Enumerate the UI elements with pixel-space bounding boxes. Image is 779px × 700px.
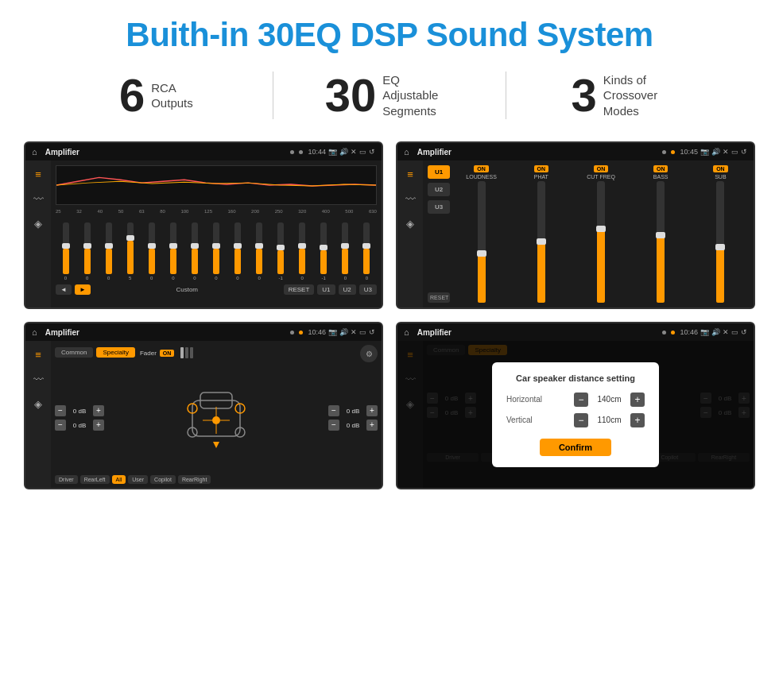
- rearleft-button[interactable]: RearLeft: [80, 475, 110, 484]
- slider-track[interactable]: [106, 222, 112, 274]
- close-icon-3: ✕: [351, 328, 357, 336]
- left-sidebar-1: ≡ 〰 ◈: [25, 160, 51, 307]
- eq-icon[interactable]: ≡: [35, 168, 41, 180]
- ch-slider-cutfreq[interactable]: [597, 181, 605, 303]
- slider-track[interactable]: [192, 222, 198, 274]
- slider-track[interactable]: [84, 222, 91, 274]
- vol-minus-br[interactable]: −: [328, 420, 339, 431]
- ch-slider-phat[interactable]: [537, 181, 545, 303]
- slider-track[interactable]: [63, 222, 69, 274]
- rearright-button[interactable]: RearRight: [178, 475, 211, 484]
- back-icon-2: ↺: [741, 148, 747, 156]
- app-name-2: Amplifier: [417, 148, 658, 157]
- dot-4: [671, 150, 675, 154]
- horizontal-minus-button[interactable]: −: [574, 393, 588, 407]
- specialty-tab[interactable]: Specialty: [96, 347, 134, 358]
- eq-controls: ◄ ► Custom RESET U1 U2 U3: [56, 284, 377, 295]
- status-icons-1: 10:44 📷 🔊 ✕ ▭ ↺: [308, 148, 375, 156]
- driver-button[interactable]: Driver: [55, 475, 78, 484]
- amp-reset-button[interactable]: RESET: [428, 292, 450, 303]
- u3-preset-button[interactable]: U3: [428, 200, 450, 214]
- vol-plus-br[interactable]: +: [366, 420, 378, 431]
- screenshots-grid: ⌂ Amplifier 10:44 📷 🔊 ✕ ▭ ↺ ≡ 〰 ◈: [24, 141, 755, 489]
- left-sidebar-2: ≡ 〰 ◈: [397, 160, 423, 307]
- eq-icon-2[interactable]: ≡: [407, 168, 413, 180]
- screen-distance: ⌂ Amplifier 10:46 📷 🔊 ✕ ▭ ↺ ≡ 〰: [396, 322, 755, 489]
- wave-icon[interactable]: 〰: [33, 193, 44, 205]
- confirm-button[interactable]: Confirm: [540, 439, 611, 456]
- u3-button[interactable]: U3: [359, 284, 377, 295]
- slider-track[interactable]: [170, 222, 176, 274]
- copilot-button[interactable]: Copilot: [150, 475, 176, 484]
- u2-button[interactable]: U2: [339, 284, 356, 295]
- prev-preset-button[interactable]: ◄: [56, 284, 72, 295]
- close-icon-2: ✕: [723, 148, 729, 156]
- stat-desc-rca: RCAOutputs: [151, 80, 193, 111]
- amp-channels: ON LOUDNESS ON PHAT: [453, 165, 749, 303]
- time-3: 10:46: [308, 328, 326, 336]
- channel-sub: ON SUB: [692, 165, 749, 303]
- speaker-icon-2[interactable]: ◈: [406, 218, 414, 230]
- u1-button[interactable]: U1: [317, 284, 335, 295]
- vol-plus-tr[interactable]: +: [366, 405, 378, 416]
- speaker-icon-3[interactable]: ◈: [34, 398, 42, 410]
- wave-icon-3[interactable]: 〰: [33, 373, 44, 385]
- wave-icon-2[interactable]: 〰: [405, 193, 416, 205]
- vol-minus-tr[interactable]: −: [328, 405, 339, 416]
- u2-preset-button[interactable]: U2: [428, 183, 450, 196]
- vol-value-tl: 0 dB: [68, 408, 91, 415]
- vol-minus-bl[interactable]: −: [55, 420, 66, 431]
- window-icon-3: ▭: [359, 328, 366, 336]
- ch-label-cutfreq: CUT FREQ: [587, 174, 615, 180]
- stat-eq: 30 EQ AdjustableSegments: [273, 72, 506, 119]
- user-button[interactable]: User: [128, 475, 148, 484]
- play-button[interactable]: ►: [75, 284, 91, 295]
- common-tab[interactable]: Common: [55, 347, 93, 358]
- slider-track[interactable]: [256, 222, 262, 274]
- stat-crossover: 3 Kinds ofCrossover Modes: [506, 72, 739, 119]
- slider-col: 0: [228, 222, 248, 280]
- slider-col: 0: [184, 222, 204, 280]
- amp-area: U1 U2 U3 RESET ON LOUDNESS: [423, 160, 754, 307]
- vol-value-tr: 0 dB: [342, 408, 364, 415]
- dot-8: [671, 331, 675, 335]
- eq-icon-3[interactable]: ≡: [35, 349, 41, 361]
- dot-3: [662, 150, 666, 154]
- slider-col: 0: [163, 222, 183, 280]
- ch-slider-sub[interactable]: [716, 181, 724, 303]
- vol-plus-tl[interactable]: +: [93, 405, 104, 416]
- slider-track[interactable]: [149, 222, 155, 274]
- vol-minus-tl[interactable]: −: [55, 405, 66, 416]
- vertical-plus-button[interactable]: +: [630, 413, 645, 427]
- left-vol-controls: − 0 dB + − 0 dB +: [55, 365, 104, 470]
- slider-track[interactable]: [234, 222, 241, 274]
- slider-track[interactable]: [213, 222, 219, 274]
- horizontal-label: Horizontal: [506, 395, 554, 404]
- slider-track[interactable]: [299, 222, 305, 274]
- slider-track[interactable]: [342, 222, 348, 274]
- u1-preset-button[interactable]: U1: [428, 165, 450, 179]
- speaker-diagram: [108, 365, 324, 470]
- speaker-main-area: Common Specialty Fader ON: [51, 341, 382, 488]
- left-sidebar-3: ≡ 〰 ◈: [25, 341, 51, 488]
- mode-tabs: Common Specialty: [55, 347, 135, 358]
- slider-track[interactable]: [363, 222, 370, 274]
- stat-number-rca: 6: [119, 72, 145, 118]
- settings-icon[interactable]: ⚙: [360, 345, 378, 362]
- vertical-minus-button[interactable]: −: [574, 413, 588, 427]
- horizontal-value: 140cm: [591, 395, 627, 404]
- horizontal-plus-button[interactable]: +: [630, 393, 645, 407]
- all-button[interactable]: All: [112, 475, 126, 484]
- dot-2: [299, 150, 303, 154]
- ch-slider-bass[interactable]: [657, 181, 665, 303]
- right-vol-controls: − 0 dB + − 0 dB +: [328, 365, 378, 470]
- reset-button[interactable]: RESET: [284, 284, 315, 295]
- vol-plus-bl[interactable]: +: [93, 420, 104, 431]
- preset-label: Custom: [94, 286, 281, 293]
- slider-track[interactable]: [320, 222, 327, 274]
- back-icon-3: ↺: [369, 328, 375, 336]
- ch-slider-loudness[interactable]: [478, 181, 486, 303]
- slider-track[interactable]: [277, 222, 284, 274]
- speaker-icon[interactable]: ◈: [34, 218, 42, 230]
- slider-track[interactable]: [127, 222, 134, 274]
